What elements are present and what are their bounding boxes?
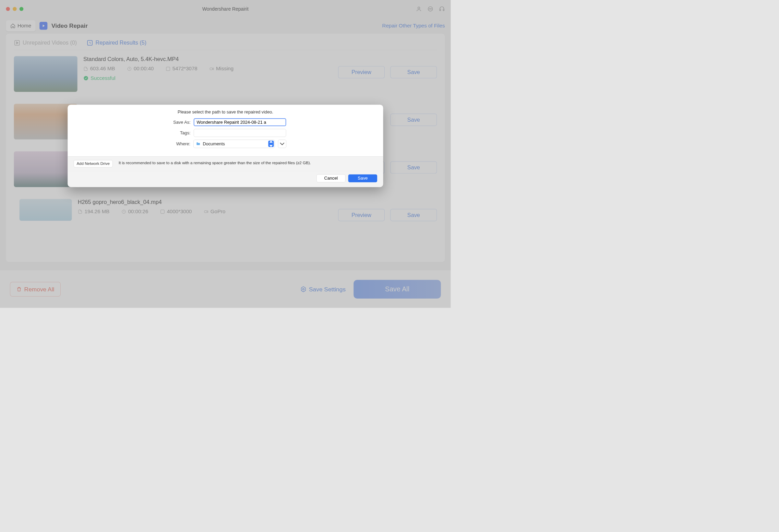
- where-value: Documents: [203, 141, 225, 146]
- folder-icon: [196, 142, 201, 146]
- dialog-save-button[interactable]: Save: [348, 174, 377, 182]
- add-network-drive-button[interactable]: Add Network Drive: [74, 160, 113, 167]
- cancel-button[interactable]: Cancel: [316, 174, 345, 182]
- where-select[interactable]: Documents: [193, 140, 275, 148]
- save-as-input[interactable]: [194, 118, 286, 126]
- save-dialog: Please select the path to save the repai…: [68, 105, 383, 187]
- tags-label: Tags:: [165, 130, 190, 135]
- dialog-title: Please select the path to save the repai…: [74, 109, 377, 114]
- disk-note: It is recommended to save to a disk with…: [119, 160, 311, 166]
- save-as-label: Save As:: [165, 120, 190, 125]
- expand-button[interactable]: [278, 140, 286, 148]
- modal-overlay: Please select the path to save the repai…: [0, 0, 451, 308]
- tags-input[interactable]: [194, 129, 286, 137]
- select-arrows-icon: [268, 141, 274, 147]
- where-label: Where:: [165, 141, 190, 146]
